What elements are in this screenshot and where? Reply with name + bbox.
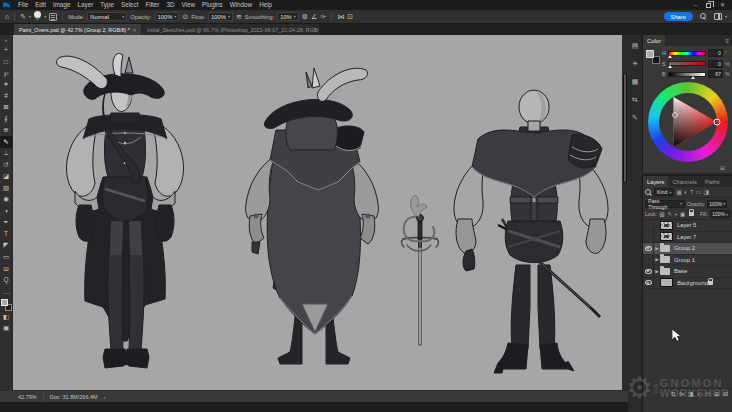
tab-layers[interactable]: Layers bbox=[643, 176, 668, 187]
blur-tool[interactable]: ◉ bbox=[0, 194, 12, 206]
slider-track-h[interactable] bbox=[668, 51, 706, 56]
visibility-toggle[interactable] bbox=[643, 243, 654, 254]
brush-settings-panel-icon[interactable]: ✎ bbox=[632, 114, 638, 122]
capture-settings-icon[interactable]: ⊡ bbox=[347, 11, 353, 23]
layer-row-layer-5[interactable]: Layer 5 bbox=[643, 220, 732, 232]
document-tab-2[interactable]: Initial_Sketches.psd @ 66.7% (Photoshop_… bbox=[141, 24, 319, 35]
brush-settings-toggle[interactable] bbox=[49, 13, 57, 21]
hand-tool[interactable]: ш bbox=[0, 263, 12, 275]
edit-toolbar[interactable]: … bbox=[0, 286, 12, 298]
layer-mask-icon[interactable]: ◨ bbox=[688, 389, 693, 399]
toolbar-color-swatches[interactable] bbox=[0, 298, 12, 311]
frame-tool[interactable]: ⊠ bbox=[0, 102, 12, 114]
menu-image[interactable]: Image bbox=[53, 0, 71, 10]
menu-edit[interactable]: Edit bbox=[35, 0, 46, 10]
smoothing-select[interactable]: 10%▾ bbox=[277, 12, 299, 21]
brush-angle-icon[interactable]: ∠ bbox=[311, 11, 317, 23]
filter-icon-3[interactable]: ▭ bbox=[696, 188, 701, 196]
tool-preset-brush-icon[interactable]: ✎ bbox=[20, 11, 26, 23]
menu-window[interactable]: Window bbox=[230, 0, 252, 10]
toolbar-collapse-icon[interactable]: » bbox=[0, 36, 12, 44]
panel-menu-icon[interactable]: ≡ bbox=[725, 35, 732, 46]
shape-tool[interactable]: ▭ bbox=[0, 251, 12, 263]
layer-effects-icon[interactable]: fx bbox=[679, 389, 684, 399]
eyedropper-tool[interactable]: ∮ bbox=[0, 113, 12, 125]
visibility-toggle[interactable] bbox=[643, 255, 654, 266]
visibility-toggle[interactable] bbox=[643, 266, 654, 277]
filter-icon-2[interactable]: T bbox=[690, 188, 693, 196]
layer-row-group-1[interactable]: ▶Group 1 bbox=[643, 255, 732, 267]
path-selection-tool[interactable]: ◤ bbox=[0, 240, 12, 252]
filter-icon-1[interactable]: ◐ bbox=[684, 188, 687, 196]
tab-paths[interactable]: Paths bbox=[701, 176, 724, 187]
airbrush-icon[interactable]: ≋ bbox=[236, 11, 242, 23]
eraser-tool[interactable]: ◪ bbox=[0, 171, 12, 183]
menu-help[interactable]: Help bbox=[259, 0, 272, 10]
lock-all-icon[interactable] bbox=[689, 212, 694, 216]
type-tool[interactable]: T bbox=[0, 228, 12, 240]
scrollbar-thumb[interactable] bbox=[623, 73, 627, 183]
slider-value-field[interactable]: 0 bbox=[708, 60, 723, 68]
gradient-tool[interactable]: ▨ bbox=[0, 182, 12, 194]
slider-track-b[interactable] bbox=[668, 72, 706, 77]
visibility-toggle[interactable] bbox=[643, 278, 654, 289]
symmetry-icon[interactable]: ⋈ bbox=[337, 11, 344, 23]
pressure-size-icon[interactable]: ✑ bbox=[320, 11, 326, 23]
filter-icon-0[interactable]: ▦ bbox=[676, 188, 681, 196]
layer-opacity-select[interactable]: 100%▾ bbox=[707, 200, 727, 208]
brush-tool[interactable]: ✎ bbox=[0, 136, 12, 148]
new-layer-icon[interactable]: ⊞ bbox=[714, 389, 719, 399]
adjustments-panel-icon[interactable]: ☀ bbox=[632, 60, 638, 68]
menu-layer[interactable]: Layer bbox=[78, 0, 94, 10]
history-panel-icon[interactable]: ⇆ bbox=[632, 96, 638, 104]
color-picker-shortcut-icon[interactable]: ⊞ bbox=[720, 164, 725, 171]
menu-file[interactable]: File bbox=[18, 0, 28, 10]
menu-filter[interactable]: Filter bbox=[145, 0, 159, 10]
layer-row-background[interactable]: Background bbox=[643, 278, 732, 290]
delete-layer-icon[interactable]: ⊟ bbox=[723, 389, 728, 399]
properties-panel-icon[interactable]: ▤ bbox=[632, 42, 639, 50]
filter-icon-4[interactable]: ◨ bbox=[704, 188, 709, 196]
menu-view[interactable]: View bbox=[182, 0, 196, 10]
home-icon[interactable]: ⌂ bbox=[5, 11, 9, 23]
slider-value-field[interactable]: 0 bbox=[708, 49, 723, 57]
healing-brush-tool[interactable]: ⊕ bbox=[0, 125, 12, 137]
blend-mode-select[interactable]: Normal▾ bbox=[87, 12, 127, 21]
layer-blend-mode-select[interactable]: Pass Through▾ bbox=[645, 200, 685, 208]
pressure-opacity-icon[interactable]: ⊙ bbox=[182, 11, 188, 23]
search-icon[interactable] bbox=[700, 13, 707, 20]
slider-track-s[interactable] bbox=[668, 61, 706, 66]
layer-row-group-2[interactable]: ▶Group 2 bbox=[643, 243, 732, 255]
tab-channels[interactable]: Channels bbox=[668, 176, 701, 187]
libraries-panel-icon[interactable]: ▦ bbox=[632, 78, 639, 86]
dodge-tool[interactable]: ◑ bbox=[0, 205, 12, 217]
link-layers-icon[interactable]: ⧉ bbox=[671, 389, 675, 399]
clone-stamp-tool[interactable]: ⊥ bbox=[0, 148, 12, 160]
crop-tool[interactable]: # bbox=[0, 90, 12, 102]
pen-tool[interactable]: ✒ bbox=[0, 217, 12, 229]
workspace-switcher-icon[interactable] bbox=[714, 13, 722, 20]
brush-preset-picker[interactable]: 37 bbox=[34, 11, 41, 22]
zoom-level-field[interactable]: 42.79% bbox=[18, 394, 37, 400]
close-button[interactable]: ✕ bbox=[720, 0, 725, 10]
document-tab-1[interactable]: Paint_Overs.psd @ 42.7% (Group 2, RGB/8)… bbox=[14, 24, 141, 35]
status-options-chevron[interactable]: › bbox=[104, 394, 106, 400]
color-wheel[interactable] bbox=[648, 82, 728, 162]
menu-type[interactable]: Type bbox=[100, 0, 114, 10]
layer-row-layer-7[interactable]: Layer 7 bbox=[643, 232, 732, 244]
move-tool[interactable]: + bbox=[0, 44, 12, 56]
visibility-toggle[interactable] bbox=[643, 232, 654, 243]
layer-fill-select[interactable]: 100%▾ bbox=[710, 210, 730, 218]
foreground-color-swatch[interactable] bbox=[646, 50, 654, 58]
adjustment-layer-icon[interactable]: ◐ bbox=[697, 389, 701, 399]
menu-select[interactable]: Select bbox=[121, 0, 139, 10]
foreground-background-swatches[interactable] bbox=[646, 50, 660, 64]
tab-color[interactable]: Color bbox=[643, 35, 665, 46]
layer-row-base[interactable]: ▶Base bbox=[643, 266, 732, 278]
marquee-tool[interactable]: □ bbox=[0, 56, 12, 68]
new-group-icon[interactable]: ▭ bbox=[705, 389, 710, 399]
object-selection-tool[interactable]: ∗ bbox=[0, 79, 12, 91]
visibility-toggle[interactable] bbox=[643, 220, 654, 231]
foreground-color-swatch[interactable] bbox=[1, 299, 8, 306]
smoothing-options-gear-icon[interactable]: ⚙ bbox=[302, 11, 308, 23]
